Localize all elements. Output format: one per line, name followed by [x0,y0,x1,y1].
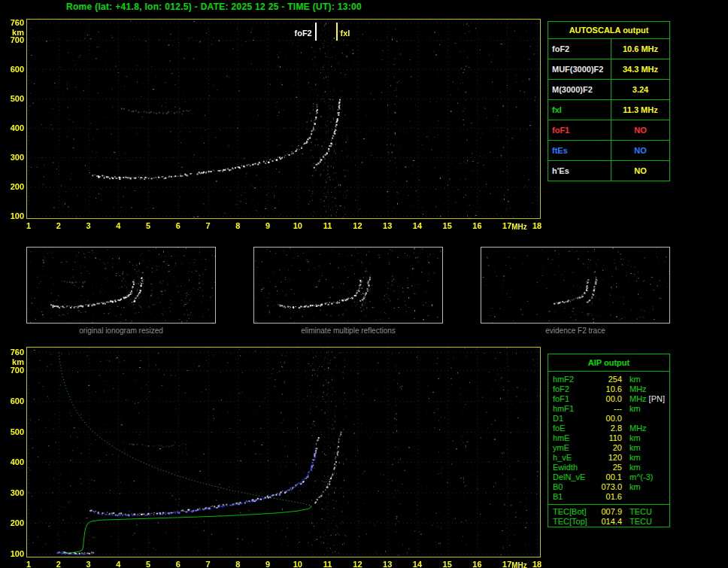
aip-row-hmf1: hmF1---km [553,404,666,414]
x-tick-label: 17 [499,221,514,230]
aip-param-value: --- [595,404,622,414]
thumbnail-f2-canvas [481,248,669,323]
y-tick-label: 700 [3,35,24,44]
thumbnail-caption-clean: eliminate multiple reflections [253,327,443,335]
top-ionogram-canvas [27,20,540,218]
y-tick-label: 100 [3,549,24,558]
y-tick-label: 600 [3,65,24,74]
autoscala-param-label: ftEs [548,141,611,160]
y-tick-label: 200 [3,518,24,527]
aip-param-label: foF2 [553,384,595,394]
aip-row-h-ve: h_vE120km [553,453,666,463]
autoscala-table-rows: foF210.6 MHzMUF(3000)F234.3 MHzM(3000)F2… [548,39,669,181]
aip-tec-rows: TEC[Bot]007.9TECUTEC[Top]014.4TECU [548,505,669,529]
aip-tec-label: TEC[Top] [553,517,595,527]
aip-param-value: 00.0 [595,394,622,404]
x-tick-label: 15 [440,560,455,568]
x-tick-label: 11 [320,560,335,568]
aip-param-unit: km [629,463,641,472]
aip-row-fof1: foF100.0MHz[PN] [553,394,666,404]
aip-row-fof2: foF210.6MHz [553,384,666,394]
aip-param-value: 01.6 [595,492,622,502]
thumbnail-multiple-reflections-removed [253,247,443,323]
aip-param-unit: km [629,404,641,414]
x-tick-label: 3 [81,221,96,230]
x-tick-label: 7 [201,560,216,568]
aip-param-label: hmF2 [553,375,595,384]
x-tick-label: 10 [290,560,305,568]
x-tick-label: 4 [111,221,126,230]
x-tick-label: 5 [141,221,156,230]
aip-param-value: 00.0 [595,414,622,424]
x-tick-label: 3 [81,560,96,568]
aip-param-value: 10.6 [595,384,622,394]
top-ionogram-plot [26,19,541,219]
autoscala-output-table: AUTOSCALA output foF210.6 MHzMUF(3000)F2… [548,21,670,181]
aip-tec-value: 007.9 [595,507,622,517]
y-tick-label: 700 [3,366,24,375]
aip-param-unit: km [629,443,641,453]
autoscala-param-label: MUF(3000)F2 [548,59,611,79]
aip-param-unit: km [629,433,641,443]
bottom-ionogram-plot [26,347,541,557]
autoscala-param-label: fxI [548,100,611,120]
autoscala-window: Rome (lat: +41.8, lon: 012.5) - DATE: 20… [0,0,728,568]
autoscala-row-hes: h'EsNO [548,161,669,181]
x-tick-label: 1 [21,560,36,568]
x-tick-label: 16 [469,221,484,230]
y-tick-label: 200 [3,182,24,191]
aip-param-unit: km [629,482,641,492]
x-tick-label: 13 [380,560,395,568]
aip-row-hme: hmE110km [553,433,666,443]
x-tick-label: 17 [499,560,514,568]
x-tick-label: 15 [440,221,455,230]
aip-param-value: 254 [595,375,622,384]
x-tick-label: 8 [230,560,245,568]
aip-param-note: [PN] [649,394,666,404]
aip-param-label: Ewidth [553,463,595,472]
aip-tec-label: TEC[Bot] [553,507,595,517]
x-tick-label: 5 [141,560,156,568]
autoscala-row-muf3000f2: MUF(3000)F234.3 MHz [548,59,669,80]
aip-param-unit: MHz [629,424,647,433]
x-tick-label: 6 [171,560,186,568]
autoscala-row-fof1: foF1NO [548,120,669,141]
aip-row-foe: foE2.8MHz [553,424,666,433]
x-tick-label: 8 [230,221,245,230]
aip-row-deln-ve: DelN_vE00.1m^(-3) [553,472,666,482]
aip-tec-value: 014.4 [595,517,622,527]
x-tick-label: 16 [469,560,484,568]
x-tick-label: 2 [51,221,66,230]
aip-row-hmf2: hmF2254km [553,375,666,384]
aip-tec-row-tec-top-: TEC[Top]014.4TECU [553,517,666,527]
autoscala-param-value: NO [611,120,669,140]
aip-tec-row-tec-bot-: TEC[Bot]007.9TECU [553,507,666,517]
aip-param-label: foF1 [553,394,595,404]
autoscala-param-value: 11.3 MHz [611,100,669,120]
autoscala-param-label: foF2 [548,39,611,59]
autoscala-param-label: foF1 [548,120,611,140]
aip-param-label: DelN_vE [553,472,595,482]
bottom-ionogram-canvas [27,348,540,557]
autoscala-param-label: h'Es [548,161,611,181]
aip-param-label: B0 [553,482,595,492]
autoscala-param-value: 3.24 [611,80,669,99]
aip-tec-unit: TECU [629,517,652,527]
aip-param-label: h_vE [553,453,595,463]
x-tick-label: 6 [171,221,186,230]
y-tick-label: 400 [3,123,24,132]
aip-param-unit: km [629,453,641,463]
aip-param-label: hmE [553,433,595,443]
aip-param-value: 20 [595,443,622,453]
x-tick-label: 9 [260,560,275,568]
aip-param-value: 120 [595,453,622,463]
x-tick-label: 18 [529,221,544,230]
autoscala-param-value: 10.6 MHz [611,39,669,59]
aip-row-yme: ymE20km [553,443,666,453]
aip-param-label: D1 [553,414,595,424]
y-tick-label: 600 [3,396,24,405]
aip-param-unit: km [629,375,641,384]
x-tick-label: 18 [529,560,544,568]
aip-output-table: AIP output hmF2254kmfoF210.6MHzfoF100.0M… [548,354,670,527]
page-title: Rome (lat: +41.8, lon: 012.5) - DATE: 20… [66,2,362,12]
